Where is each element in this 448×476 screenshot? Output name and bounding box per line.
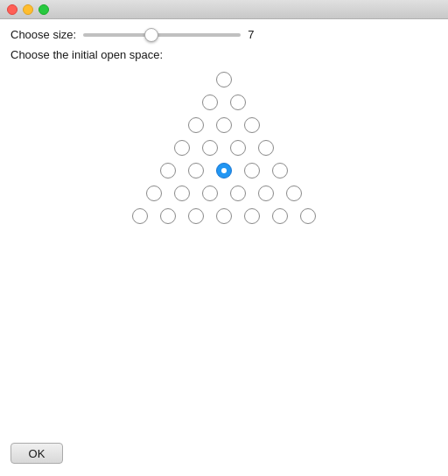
space-radio-3-1[interactable]: [202, 140, 218, 156]
main-content: Choose size: 7 Choose the initial open s…: [0, 19, 448, 476]
size-value-display: 7: [248, 28, 254, 41]
titlebar: [0, 0, 448, 19]
radio-cell: [186, 161, 206, 180]
space-radio-0-0[interactable]: [216, 72, 232, 88]
radio-cell: [200, 184, 220, 203]
space-radio-4-1[interactable]: [188, 163, 204, 178]
size-slider[interactable]: [83, 33, 241, 37]
radio-cell: [130, 206, 150, 226]
radio-cell: [228, 184, 248, 203]
ok-button[interactable]: OK: [10, 443, 63, 464]
radio-cell: [256, 184, 276, 203]
radio-cell: [214, 70, 234, 89]
space-radio-6-2[interactable]: [188, 208, 204, 224]
radio-cell: [172, 184, 192, 203]
radio-cell: [270, 161, 290, 180]
space-radio-4-2[interactable]: [216, 163, 232, 178]
space-radio-6-6[interactable]: [300, 208, 316, 224]
space-radio-3-2[interactable]: [230, 140, 246, 156]
radio-cell: [228, 93, 248, 112]
radio-cell: [256, 138, 276, 158]
size-control-row: Choose size: 7: [10, 28, 438, 41]
space-radio-4-3[interactable]: [244, 163, 260, 178]
triangle-grid: [10, 70, 438, 226]
radio-cell: [186, 116, 206, 135]
initial-space-label: Choose the initial open space:: [10, 48, 438, 61]
triangle-row: [200, 93, 248, 112]
space-radio-5-5[interactable]: [286, 186, 302, 201]
radio-cell: [242, 116, 262, 135]
zoom-button[interactable]: [38, 4, 49, 15]
radio-cell: [214, 206, 234, 226]
triangle-row: [172, 138, 276, 158]
radio-cell: [242, 161, 262, 180]
space-radio-6-4[interactable]: [244, 208, 260, 224]
space-radio-3-3[interactable]: [258, 140, 274, 156]
space-radio-2-2[interactable]: [244, 117, 260, 133]
radio-cell: [144, 184, 164, 203]
triangle-row: [158, 161, 290, 180]
radio-cell: [214, 161, 234, 180]
triangle-row: [214, 70, 234, 89]
space-radio-5-4[interactable]: [258, 186, 274, 201]
space-radio-4-4[interactable]: [272, 163, 288, 178]
triangle-row: [186, 116, 262, 135]
space-radio-2-1[interactable]: [216, 117, 232, 133]
space-radio-5-1[interactable]: [174, 186, 190, 201]
minimize-button[interactable]: [23, 4, 33, 15]
radio-cell: [186, 206, 206, 226]
radio-cell: [158, 161, 178, 180]
radio-cell: [298, 206, 318, 226]
triangle-row: [130, 206, 318, 226]
radio-cell: [228, 138, 248, 158]
space-radio-6-5[interactable]: [272, 208, 288, 224]
space-radio-3-0[interactable]: [174, 140, 190, 156]
space-radio-6-3[interactable]: [216, 208, 232, 224]
triangle-row: [144, 184, 304, 203]
space-radio-2-0[interactable]: [188, 117, 204, 133]
ok-button-area: OK: [10, 443, 63, 464]
radio-cell: [270, 206, 290, 226]
space-radio-1-0[interactable]: [202, 94, 218, 110]
space-radio-6-1[interactable]: [160, 208, 176, 224]
radio-cell: [200, 138, 220, 158]
size-label: Choose size:: [10, 28, 76, 41]
radio-cell: [242, 206, 262, 226]
radio-cell: [284, 184, 304, 203]
space-radio-5-0[interactable]: [146, 186, 162, 201]
radio-cell: [200, 93, 220, 112]
space-radio-4-0[interactable]: [160, 163, 176, 178]
radio-cell: [172, 138, 192, 158]
space-radio-5-3[interactable]: [230, 186, 246, 201]
radio-cell: [214, 116, 234, 135]
space-radio-6-0[interactable]: [132, 208, 148, 224]
space-radio-1-1[interactable]: [230, 94, 246, 110]
close-button[interactable]: [7, 4, 18, 15]
space-radio-5-2[interactable]: [202, 186, 218, 201]
radio-cell: [158, 206, 178, 226]
